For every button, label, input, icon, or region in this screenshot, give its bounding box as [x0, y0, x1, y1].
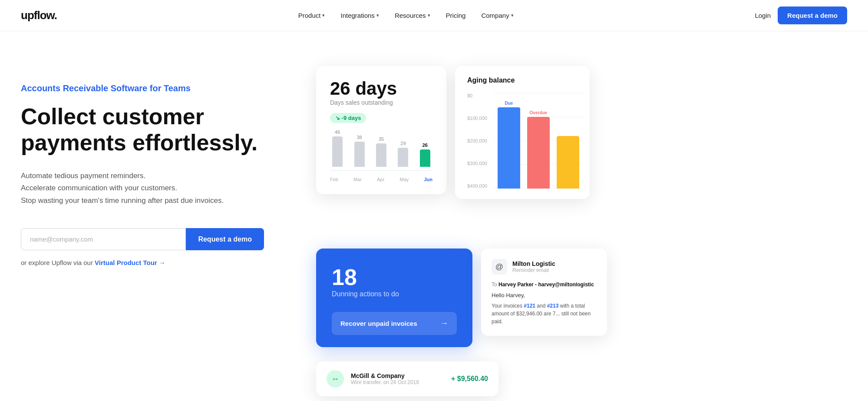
navbar: upflow. Product ▾ Integrations ▾ Resourc… — [0, 0, 868, 31]
chart-col-3: 29 — [396, 141, 410, 167]
dso-label: Days sales outstanding — [330, 99, 432, 106]
virtual-tour-link[interactable]: Virtual Product Tour → — [95, 259, 165, 266]
aging-bar-due: Due — [498, 101, 520, 189]
chart-months: Feb Mar Apr May Jun — [330, 174, 432, 182]
invoice-213-link[interactable]: #213 — [547, 303, 559, 309]
milton-info: Milton Logistic Reminder email — [512, 260, 555, 273]
nav-pricing[interactable]: Pricing — [440, 8, 472, 23]
nav-company[interactable]: Company ▾ — [475, 8, 519, 23]
hero-right: 26 days Days sales outstanding ↘ -9 days… — [290, 66, 847, 401]
chevron-down-icon: ▾ — [376, 13, 379, 18]
hero-title: Collect customer payments effortlessly. — [21, 104, 264, 156]
email-icon: @ — [492, 259, 507, 275]
aging-title: Aging balance — [467, 76, 578, 84]
aging-y-labels: $400,000 $300,000 $200,000 $100,000 $0 — [467, 93, 491, 189]
dunning-number: 18 — [332, 264, 457, 290]
chart-col-1: 38 — [352, 135, 366, 167]
email-form: Request a demo — [21, 228, 264, 250]
recover-invoices-button[interactable]: Recover unpaid invoices → — [332, 312, 457, 335]
nav-resources[interactable]: Resources ▾ — [389, 8, 436, 23]
nav-links: Product ▾ Integrations ▾ Resources ▾ Pri… — [292, 8, 520, 23]
dso-badge: ↘ -9 days — [330, 113, 366, 123]
dunning-card: 18 Dunning actions to do Recover unpaid … — [316, 249, 472, 347]
hero-left: Accounts Receivable Software for Teams C… — [21, 66, 264, 266]
milton-body: Your invoices #121 and #213 with a total… — [492, 302, 597, 325]
aging-bars: Due Overdue — [494, 93, 583, 189]
mcgill-amount: + $9,560.40 — [451, 375, 488, 383]
aging-bar-other — [557, 134, 579, 189]
milton-card: @ Milton Logistic Reminder email To Harv… — [481, 249, 607, 336]
mcgill-info: McGill & Company Wire transfer, on 28 Oc… — [351, 372, 444, 385]
chevron-down-icon: ▾ — [511, 13, 514, 18]
chevron-down-icon: ▾ — [428, 13, 430, 18]
aging-bar-overdue: Overdue — [527, 110, 550, 189]
aging-card: Aging balance $400,000 $300,000 $200,000… — [455, 66, 590, 199]
wire-transfer-icon: ↔ — [327, 370, 344, 388]
logo[interactable]: upflow. — [21, 9, 57, 22]
form-request-demo-button[interactable]: Request a demo — [186, 228, 264, 250]
dso-chart: 46 38 35 29 26 — [330, 132, 432, 171]
dso-card: 26 days Days sales outstanding ↘ -9 days… — [316, 66, 446, 194]
invoice-121-link[interactable]: #121 — [524, 303, 535, 309]
milton-to: To Harvey Parker - harvey@miltonlogistic — [492, 282, 597, 288]
email-input[interactable] — [21, 228, 186, 250]
aging-chart-area: $400,000 $300,000 $200,000 $100,000 $0 — [467, 93, 578, 189]
hero-subtitle: Accounts Receivable Software for Teams — [21, 83, 264, 93]
login-link[interactable]: Login — [755, 12, 771, 19]
nav-product[interactable]: Product ▾ — [292, 8, 331, 23]
milton-header: @ Milton Logistic Reminder email — [492, 259, 597, 275]
arrow-right-icon: → — [440, 319, 448, 328]
hero-body: Automate tedious payment reminders. Acce… — [21, 170, 264, 208]
request-demo-button[interactable]: Request a demo — [778, 7, 847, 24]
chart-col-2: 35 — [374, 136, 389, 167]
chart-col-0: 46 — [330, 129, 345, 167]
nav-integrations[interactable]: Integrations ▾ — [334, 8, 385, 23]
dunning-label: Dunning actions to do — [332, 290, 457, 298]
dso-days: 26 days — [330, 78, 432, 99]
chart-col-4: 26 — [418, 143, 432, 167]
hero-section: Accounts Receivable Software for Teams C… — [0, 31, 868, 401]
chevron-down-icon: ▾ — [322, 13, 325, 18]
hero-tour-text: or explore Upflow via our Virtual Produc… — [21, 259, 264, 266]
mcgill-card: ↔ McGill & Company Wire transfer, on 28 … — [316, 361, 498, 396]
nav-right: Login Request a demo — [755, 7, 847, 24]
milton-greeting: Hello Harvey, — [492, 292, 597, 298]
